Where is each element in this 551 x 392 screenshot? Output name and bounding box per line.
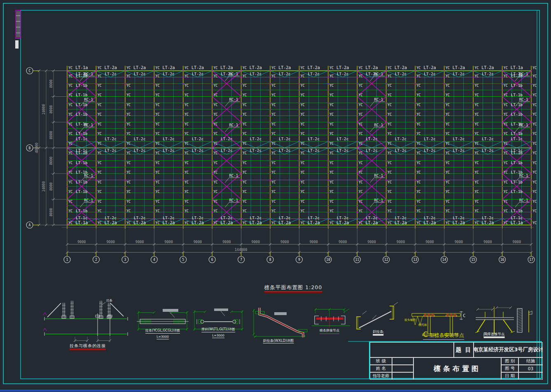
svg-text:YC: YC [271,66,276,70]
svg-text:YC: YC [474,132,479,136]
svg-text:YC: YC [416,190,420,194]
svg-text:YC: YC [474,93,479,97]
svg-text:YC: YC [155,141,159,146]
svg-text:13: 13 [413,258,417,262]
svg-text:YC: YC [155,74,159,78]
svg-text:8000: 8000 [49,208,53,216]
svg-text:LT-2a: LT-2a [308,65,320,70]
svg-text:YC: YC [155,180,159,184]
svg-text:LT-2c: LT-2c [279,148,291,153]
svg-text:LT-2c: LT-2c [134,72,146,76]
svg-text:YC: YC [184,84,189,88]
svg-text:YC: YC [155,151,159,155]
svg-text:YC: YC [126,161,131,165]
svg-text:LT-2c: LT-2c [337,216,349,220]
svg-text:YC: YC [243,151,247,155]
svg-text:LT-1a: LT-1a [511,65,523,70]
svg-text:LT-1b: LT-1b [76,160,88,165]
svg-text:YC: YC [68,151,72,155]
svg-text:YC: YC [126,93,131,97]
class-label: 班 级 [370,357,392,365]
svg-text:LT-2a: LT-2a [220,220,233,225]
detail-caption-knee-brace-node: 隅撑连接节点 [484,332,505,337]
svg-text:LT-2a: LT-2a [481,220,494,225]
svg-text:YC: YC [474,66,479,70]
svg-text:YC: YC [126,180,131,184]
svg-text:YC: YC [329,170,334,174]
svg-text:YC: YC [68,209,72,213]
svg-text:LT-2a: LT-2a [336,65,349,70]
svg-text:YC: YC [301,103,305,107]
svg-text:YC: YC [329,180,334,184]
svg-text:LT-2c: LT-2c [424,216,436,220]
svg-text:LT-2c: LT-2c [279,137,291,141]
svg-text:RC-1: RC-1 [229,198,238,202]
svg-text:LT-2c: LT-2c [134,148,146,153]
svg-text:YC: YC [388,132,392,136]
svg-text:RC-1: RC-1 [519,123,528,127]
svg-text:YC: YC [155,93,159,97]
svg-text:RC-1: RC-1 [84,97,93,102]
svg-text:YC: YC [213,151,217,155]
svg-text:YC: YC [504,161,508,165]
svg-text:YC: YC [271,103,276,107]
advisor-value-cell [392,372,413,380]
svg-text:YC: YC [213,141,217,146]
svg-text:YC: YC [474,221,479,225]
detail-caption-diagonal-tie: 斜拉条 [373,330,383,334]
project-label: 题 目 [454,342,474,357]
detail-diagonal-tie-wxld [252,308,307,338]
svg-text:YC: YC [97,84,101,88]
svg-text:LT-2c: LT-2c [105,216,117,220]
svg-text:YC: YC [301,190,305,194]
svg-text:YC: YC [243,209,247,213]
svg-text:YC: YC [358,93,362,97]
svg-text:YC: YC [271,170,276,174]
svg-text:RC-1: RC-1 [229,174,238,178]
svg-text:YC: YC [358,84,362,88]
svg-text:9000: 9000 [425,240,434,244]
svg-text:LT-2c: LT-2c [308,148,320,153]
svg-text:YC: YC [68,74,72,78]
svg-text:YC: YC [358,199,362,204]
svg-text:YC: YC [416,170,420,174]
corner-column-detail [15,10,21,49]
svg-text:LT-2a: LT-2a [162,220,175,225]
cad-sheet: YCYCYCYCYCYCYCYCYCYCYCYCYCYCYCYCYCYCYCYC… [0,0,551,392]
svg-text:YC: YC [184,180,189,184]
svg-text:YC: YC [243,103,247,107]
svg-text:YC: YC [243,170,247,174]
svg-text:YC: YC [301,122,305,126]
svg-text:LT-2a: LT-2a [395,65,407,70]
svg-text:YC: YC [446,190,450,194]
svg-text:LT-2a: LT-2a [423,220,436,225]
svg-text:LT-2c: LT-2c [366,148,378,153]
svg-text:YC: YC [358,103,362,107]
svg-text:LT-1b: LT-1b [76,189,88,194]
svg-text:LT-2c: LT-2c [366,137,378,141]
svg-text:YC: YC [155,190,159,194]
svg-text:YC: YC [358,132,362,136]
svg-text:YC: YC [301,66,305,70]
svg-text:YC: YC [532,66,537,70]
category-label: 图 别 [501,357,518,365]
svg-text:YC: YC [358,74,362,78]
svg-text:YC: YC [474,84,479,88]
svg-text:YC: YC [446,74,450,78]
svg-text:YC: YC [97,112,101,116]
svg-text:LT-1c: LT-1c [76,137,88,141]
svg-text:YC: YC [532,93,537,97]
svg-text:YC: YC [446,199,450,204]
svg-text:LT-2a: LT-2a [105,65,117,70]
detail-caption-diagonal-tie-wxld: 斜拉条(WXLD)详图 [263,339,294,343]
svg-text:YC: YC [504,221,508,225]
svg-text:5: 5 [182,258,184,262]
svg-text:8000: 8000 [49,79,53,88]
svg-text:RC-1: RC-1 [229,97,238,102]
svg-text:YC: YC [126,221,131,225]
svg-text:YC: YC [504,122,508,126]
svg-text:YC: YC [97,180,101,184]
svg-text:YC: YC [358,221,362,225]
svg-text:YC: YC [416,199,420,204]
svg-text:YC: YC [388,112,392,116]
